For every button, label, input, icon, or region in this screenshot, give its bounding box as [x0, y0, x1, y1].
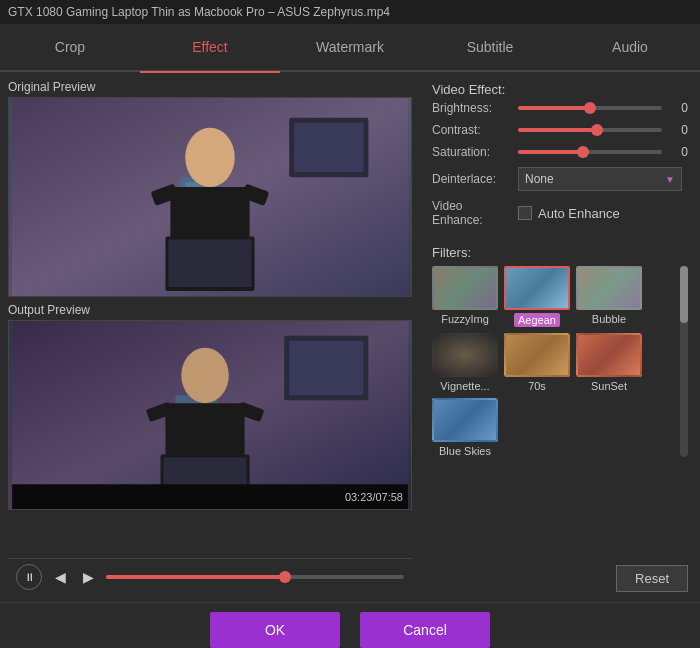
svg-point-16	[181, 348, 228, 403]
filter-vignette[interactable]: Vignette...	[432, 333, 498, 392]
tab-bar: Crop Effect Watermark Subtitle Audio	[0, 24, 700, 72]
brightness-thumb	[584, 102, 596, 114]
output-preview-label: Output Preview	[8, 303, 412, 317]
brightness-fill	[518, 106, 590, 110]
original-preview-box	[8, 97, 412, 297]
filters-section: Filters: FuzzyImg Aegean	[432, 245, 688, 457]
filters-scrollbar-thumb	[680, 266, 688, 323]
tab-subtitle[interactable]: Subtitle	[420, 23, 560, 71]
title-text: GTX 1080 Gaming Laptop Thin as Macbook P…	[8, 5, 390, 19]
saturation-slider[interactable]	[518, 150, 662, 154]
auto-enhance-label: Auto Enhance	[538, 206, 620, 221]
timestamp: 03:23/07:58	[345, 491, 403, 503]
contrast-fill	[518, 128, 597, 132]
next-icon: ▶	[83, 569, 94, 585]
deinterlace-row: Deinterlace: None ▼	[432, 167, 688, 191]
filter-thumb-blueskies	[432, 398, 498, 442]
filter-name-aegean: Aegean	[514, 313, 560, 327]
reset-container: Reset	[432, 565, 688, 592]
prev-button[interactable]: ◀	[50, 567, 70, 587]
saturation-label: Saturation:	[432, 145, 512, 159]
play-pause-button[interactable]: ⏸	[16, 564, 42, 590]
original-preview-label: Original Preview	[8, 80, 412, 94]
main-content: Original Preview	[0, 72, 700, 602]
video-enhance-row: Video Enhance: Auto Enhance	[432, 199, 688, 227]
filter-thumb-70s	[504, 333, 570, 377]
deinterlace-label: Deinterlace:	[432, 172, 512, 186]
saturation-value: 0	[668, 145, 688, 159]
filter-name-sunset: SunSet	[591, 380, 627, 392]
filter-name-70s: 70s	[528, 380, 546, 392]
left-panel: Original Preview	[0, 72, 420, 602]
filter-fuzzyimg[interactable]: FuzzyImg	[432, 266, 498, 327]
bottom-bar: OK Cancel	[0, 602, 700, 648]
filter-name-fuzzyimg: FuzzyImg	[441, 313, 489, 325]
contrast-slider[interactable]	[518, 128, 662, 132]
tab-audio[interactable]: Audio	[560, 23, 700, 71]
output-video-frame	[9, 321, 411, 509]
progress-bar[interactable]	[106, 575, 404, 579]
output-preview-section: Output Preview	[8, 303, 412, 510]
svg-rect-11	[168, 240, 251, 288]
filters-scrollbar[interactable]	[680, 266, 688, 457]
output-preview-box: 03:23/07:58	[8, 320, 412, 510]
filter-bubble[interactable]: Bubble	[576, 266, 642, 327]
saturation-row: Saturation: 0	[432, 145, 688, 159]
auto-enhance-checkbox[interactable]	[518, 206, 532, 220]
filter-thumb-vignette	[432, 333, 498, 377]
contrast-value: 0	[668, 123, 688, 137]
play-pause-icon: ⏸	[24, 571, 35, 583]
filters-grid: FuzzyImg Aegean Bubble	[432, 266, 676, 457]
saturation-thumb	[577, 146, 589, 158]
brightness-row: Brightness: 0	[432, 101, 688, 115]
filter-thumb-bubble	[576, 266, 642, 310]
filter-70s[interactable]: 70s	[504, 333, 570, 392]
right-panel: Video Effect: Brightness: 0 Contrast: 0	[420, 72, 700, 602]
filter-thumb-sunset	[576, 333, 642, 377]
contrast-label: Contrast:	[432, 123, 512, 137]
svg-point-6	[185, 128, 235, 187]
reset-button[interactable]: Reset	[616, 565, 688, 592]
video-enhance-label: Video Enhance:	[432, 199, 512, 227]
filter-blueskies[interactable]: Blue Skies	[432, 398, 498, 457]
filter-name-vignette: Vignette...	[440, 380, 489, 392]
deinterlace-value: None	[525, 172, 554, 186]
next-button[interactable]: ▶	[78, 567, 98, 587]
contrast-row: Contrast: 0	[432, 123, 688, 137]
progress-fill	[106, 575, 285, 579]
dropdown-arrow-icon: ▼	[665, 174, 675, 185]
output-video-content	[9, 321, 411, 509]
video-effect-section: Video Effect: Brightness: 0 Contrast: 0	[432, 82, 688, 235]
original-video-content	[9, 98, 411, 296]
contrast-thumb	[591, 124, 603, 136]
deinterlace-select[interactable]: None ▼	[518, 167, 682, 191]
filters-wrapper: FuzzyImg Aegean Bubble	[432, 266, 688, 457]
cancel-button[interactable]: Cancel	[360, 612, 490, 648]
brightness-label: Brightness:	[432, 101, 512, 115]
svg-rect-3	[294, 123, 363, 173]
svg-rect-14	[289, 341, 363, 395]
progress-thumb	[279, 571, 291, 583]
tab-crop[interactable]: Crop	[0, 23, 140, 71]
title-bar: GTX 1080 Gaming Laptop Thin as Macbook P…	[0, 0, 700, 24]
filter-thumb-aegean	[504, 266, 570, 310]
auto-enhance-group: Auto Enhance	[518, 206, 620, 221]
saturation-fill	[518, 150, 583, 154]
tab-effect[interactable]: Effect	[140, 23, 280, 71]
original-video-frame	[9, 98, 411, 296]
filter-sunset[interactable]: SunSet	[576, 333, 642, 392]
prev-icon: ◀	[55, 569, 66, 585]
filter-thumb-fuzzyimg	[432, 266, 498, 310]
filter-name-blueskies: Blue Skies	[439, 445, 491, 457]
brightness-value: 0	[668, 101, 688, 115]
filter-aegean[interactable]: Aegean	[504, 266, 570, 327]
video-effect-title: Video Effect:	[432, 82, 688, 97]
brightness-slider[interactable]	[518, 106, 662, 110]
filters-label: Filters:	[432, 245, 688, 260]
playback-bar: ⏸ ◀ ▶	[8, 558, 412, 594]
tab-watermark[interactable]: Watermark	[280, 23, 420, 71]
filter-name-bubble: Bubble	[592, 313, 626, 325]
ok-button[interactable]: OK	[210, 612, 340, 648]
original-preview-section: Original Preview	[8, 80, 412, 297]
